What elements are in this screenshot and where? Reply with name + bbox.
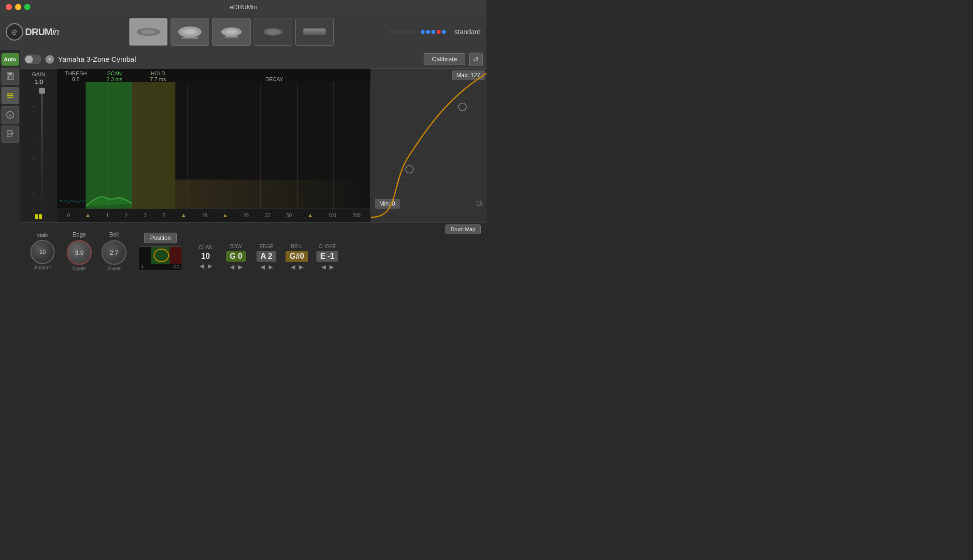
logo-text: DRUMin (25, 27, 59, 38)
refresh-button[interactable]: ↺ (469, 53, 483, 66)
position-button[interactable]: Position (144, 233, 177, 243)
midi-channels: CHAN 10 ◀ ▶ BOW G 0 ◀ (192, 236, 481, 278)
maximize-button[interactable] (24, 4, 30, 10)
waveform-header: THRESH 0.8 SCAN 2.3 ms HOLD 7.7 m (57, 70, 371, 82)
time-marker (86, 214, 90, 217)
pad-shape (263, 28, 283, 36)
midi-edge-value: A 2 (257, 251, 276, 262)
preset-label: standard (455, 28, 481, 36)
conn-group-1 (390, 30, 415, 34)
conn-dot-red (437, 30, 441, 34)
edge-knob[interactable]: 3.9 (67, 240, 92, 265)
scan-waveform (86, 192, 132, 209)
svg-text:PDF: PDF (8, 133, 12, 136)
scan-header: SCAN 2.3 ms (93, 70, 136, 82)
pos-sub2: CC (173, 264, 180, 269)
conn-dot (390, 30, 394, 34)
xtalk-section: xtalk 10 Amount (23, 223, 62, 280)
bell-label: Bell (109, 231, 119, 238)
midi-bow-right[interactable]: ▶ (238, 264, 243, 270)
edge-zone: Edge 3.9 Scaler (67, 231, 92, 271)
time-200: 200 (352, 213, 360, 218)
gain-handle[interactable] (39, 88, 45, 94)
time-marker (182, 214, 186, 217)
svg-rect-5 (7, 97, 13, 98)
midi-bell-arrows: ◀ ▶ (291, 264, 303, 270)
bell-knob[interactable]: 2.7 (101, 240, 127, 265)
midi-bow-left[interactable]: ◀ (230, 264, 234, 270)
decay-header: DECAY (180, 76, 369, 82)
midi-map-section: Drum Map CHAN 10 ◀ ▶ BOW G 0 (189, 223, 484, 280)
snare2-shape (221, 28, 242, 36)
noise-waveform (59, 192, 86, 209)
time-0: 0 (67, 213, 70, 218)
midi-edge-right[interactable]: ▶ (269, 264, 273, 270)
pos-ring (154, 249, 169, 262)
midi-edge-left[interactable]: ◀ (260, 264, 265, 270)
midi-chan-right[interactable]: ▶ (208, 263, 212, 269)
thresh-header: THRESH 0.8 (59, 70, 93, 82)
drum-icon-snare2[interactable] (212, 18, 251, 46)
conn-dot (411, 30, 415, 34)
minimize-button[interactable] (15, 4, 21, 10)
pos-sub1: 1 (141, 264, 143, 269)
drum-icon-pedal[interactable] (295, 18, 334, 46)
pdf-icon: PDF (6, 130, 14, 139)
drum-map-button[interactable]: Drum Map (445, 224, 481, 234)
midi-choke-arrows: ◀ ▶ (321, 264, 334, 270)
midi-choke-value: E -1 (316, 251, 338, 262)
time-2: 2 (125, 213, 128, 218)
midi-bow-arrows: ◀ ▶ (230, 264, 243, 270)
conn-dot (395, 30, 399, 34)
conn-group-2 (421, 30, 446, 34)
midi-choke-col: CHOKE E -1 ◀ ▶ (314, 244, 341, 270)
drum-icon-snare[interactable] (171, 18, 209, 46)
svg-text:A: A (8, 113, 11, 118)
window-controls[interactable] (6, 4, 30, 10)
gain-ind-1 (35, 214, 38, 219)
midi-choke-right[interactable]: ▶ (329, 264, 334, 270)
sidebar-list-btn[interactable] (1, 87, 19, 104)
conn-dot-blue (431, 30, 435, 34)
waveform-section: THRESH 0.8 SCAN 2.3 ms HOLD 7.7 m (57, 69, 371, 222)
conn-dot (406, 30, 410, 34)
instrument-bar: ● Yamaha 3-Zone Cymbal Calibrate ↺ (20, 50, 486, 69)
xtalk-knob[interactable]: 10 (30, 240, 55, 264)
gain-indicators (35, 214, 42, 219)
sidebar-circle-a-btn[interactable]: A (1, 106, 19, 124)
midi-bow-label: BOW (230, 244, 242, 249)
left-sidebar: Auto A (0, 50, 20, 280)
xtalk-label: xtalk (37, 232, 48, 238)
time-50: 50 (286, 213, 292, 218)
midi-bow-col: BOW G 0 ◀ ▶ (223, 244, 249, 270)
midi-choke-left[interactable]: ◀ (321, 264, 326, 270)
midi-choke-label: CHOKE (319, 244, 336, 249)
midi-chan-left[interactable]: ◀ (200, 263, 204, 269)
drum-icon-strip (73, 18, 390, 46)
hold-header: HOLD 7.7 ms (136, 70, 180, 82)
svg-rect-2 (8, 76, 12, 79)
main-content: Auto A (0, 50, 486, 280)
edge-label: Edge (72, 231, 86, 238)
midi-bow-value: G 0 (226, 251, 246, 262)
time-100: 100 (328, 213, 336, 218)
gain-label: GAIN (32, 71, 45, 77)
midi-bell-left[interactable]: ◀ (291, 264, 295, 270)
drum-icon-cymbal[interactable] (129, 18, 168, 46)
calibrate-button[interactable]: Calibrate (424, 53, 465, 65)
toggle-switch[interactable] (24, 55, 42, 64)
midi-bell-right[interactable]: ▶ (299, 264, 303, 270)
app-wrapper: e DRUMin (0, 14, 486, 280)
drum-icon-pad[interactable] (254, 18, 292, 46)
sidebar-save-btn[interactable] (1, 68, 19, 85)
conn-dot (401, 30, 404, 34)
time-30: 30 (265, 213, 270, 218)
midi-bell-label: BELL (291, 244, 302, 249)
close-button[interactable] (6, 4, 12, 10)
auto-button[interactable]: Auto (1, 53, 19, 66)
gain-track[interactable] (41, 87, 43, 212)
time-marker (308, 214, 312, 217)
analyzer-section: GAIN 1.0 ─ ─ ─ ─ ─ ─ ─ ─ (20, 69, 486, 222)
sidebar-pdf-btn[interactable]: PDF (1, 126, 19, 143)
velocity-curve-section: Max: 127 Min: 0 13 (371, 69, 486, 222)
